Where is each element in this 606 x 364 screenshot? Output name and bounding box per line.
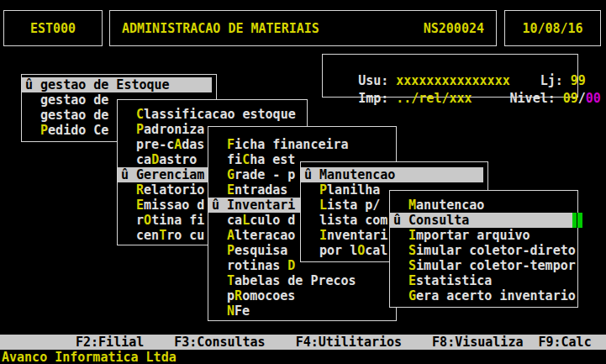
fkey-f8[interactable]: F8:Visualiza (432, 335, 523, 350)
hotkey-letter: E (136, 198, 144, 213)
hotkey-letter: M (408, 198, 416, 213)
menu-item-label: adroniza (144, 122, 204, 137)
menu-item-label: imular coletor-direto (416, 243, 576, 258)
menu-item-label: tina fi (151, 213, 204, 228)
menu-item-indent (304, 182, 319, 198)
company-name: Avanco Informatica Ltda (2, 350, 177, 364)
store-label: Lj: (540, 73, 563, 88)
menu-manutencao: Manutencaoû Consulta Importar arquivo Si… (389, 190, 578, 308)
menu-item-indent (393, 243, 408, 258)
fkey-f4[interactable]: F4:Utilitarios (296, 335, 402, 350)
selected-marker-icon: û (304, 167, 319, 182)
hotkey-letter: C (242, 152, 250, 167)
menu-item-label: pre-c (136, 137, 174, 152)
menu-item-label: icha financeira (234, 137, 348, 152)
hotkey-letter: A (174, 137, 182, 152)
selected-marker-icon: û (25, 77, 40, 92)
hotkey-letter: T (227, 273, 234, 288)
printer-value: ../rel/xxx (396, 91, 472, 106)
hotkey-letter: I (408, 228, 416, 243)
hotkey-letter: O (357, 243, 365, 258)
menu-item-label: Manutencao (319, 167, 395, 182)
menu-item-indent (121, 122, 136, 137)
hotkey-letter: P (319, 182, 327, 198)
program-code: EST000 (30, 21, 76, 36)
menu-item-label: ntradas (234, 182, 287, 198)
menu-item-indent (304, 243, 319, 258)
menu-item-label: Gerenciam (136, 167, 204, 182)
menu-item-indent (212, 182, 227, 198)
hotkey-letter: C (136, 107, 144, 122)
fkey-f3[interactable]: F3:Consultas (174, 335, 265, 350)
menu-item-label: gestao de (40, 108, 108, 123)
hotkey-letter: N (227, 303, 234, 319)
hotkey-letter: E (408, 273, 416, 288)
hotkey-letter: R (136, 182, 144, 198)
program-code-box: EST000 (3, 10, 103, 46)
menu-item-estatistica[interactable]: Estatistica (390, 273, 577, 288)
menu-item-manutencao[interactable]: Manutencao (390, 198, 577, 213)
fkey-f2[interactable]: F2:Filial (76, 335, 144, 350)
menu-item-label: Inventari (227, 198, 295, 213)
menu-item-gera-acerto-inventario[interactable]: Gera acerto inventario (390, 288, 577, 303)
menu-item-label: r (136, 213, 144, 228)
fkey-f9[interactable]: F9:Calc (538, 335, 591, 350)
menu-item-simular-coletor-direto[interactable]: Simular coletor-direto (390, 243, 577, 258)
menu-item-indent (304, 213, 319, 228)
level-label: Nivel: (510, 91, 556, 106)
hotkey-letter: E (227, 182, 234, 198)
menu-item-consulta[interactable]: û Consulta (390, 213, 573, 228)
menu-item-indent (212, 167, 227, 182)
menu-item-label: lista com (319, 213, 387, 228)
hotkey-letter: S (408, 258, 416, 273)
level-separator: / (578, 91, 586, 106)
page-title: ADMINISTRACAO DE MATERIAIS (122, 21, 319, 36)
session-user-row: Usu:xxxxxxxxxxxxxxxLj:99 (328, 58, 577, 73)
date-box: 10/08/16 (504, 10, 601, 46)
hotkey-letter: R (234, 288, 242, 303)
hotkey-letter: P (40, 123, 48, 138)
menu-item-indent (121, 152, 136, 167)
menu-item-label: Consulta (408, 213, 469, 228)
menu-item-ficha-financeira[interactable]: Ficha financeira (208, 137, 396, 152)
menu-item-indent (212, 303, 227, 319)
menu-item-nfe[interactable]: NFe (208, 303, 396, 319)
function-key-bar: F2:FilialF3:ConsultasF4:UtilitariosF8:Vi… (0, 335, 606, 350)
menu-item-indent (121, 213, 136, 228)
menu-item-classificacao-estoque[interactable]: Classificacao estoque (118, 107, 307, 122)
user-value: xxxxxxxxxxxxxxx (396, 73, 509, 88)
menu-item-manutencao[interactable]: û Manutencao (301, 167, 483, 182)
menu-item-importar-arquivo[interactable]: Importar arquivo (390, 228, 577, 243)
menu-item-label: gestao de Estoque (40, 77, 170, 92)
terminal-screen: { "colors": { "yellow": "#d6d600", "mage… (0, 0, 606, 364)
menu-item-indent (393, 288, 408, 303)
hotkey-letter: G (408, 288, 416, 303)
menu-item-tabelas-de-precos[interactable]: Tabelas de Precos (208, 273, 396, 288)
menu-item-label: edido Ce (48, 123, 108, 138)
menu-item-label: ha est (250, 152, 295, 167)
printer-label: Imp: (358, 91, 388, 106)
title-box: ADMINISTRACAO DE MATERIAIS NS200024 (109, 10, 497, 46)
menu-item-label: rade - p (234, 167, 295, 182)
menu-item-indent (25, 92, 40, 108)
hotkey-letter: P (227, 243, 234, 258)
menu-item-promocoes[interactable]: pRomocoes (208, 288, 396, 303)
menu-item-label: rotinas (227, 258, 287, 273)
menu-item-label: p (227, 288, 234, 303)
menu-item-label: astro (159, 152, 197, 167)
menu-item-indent (304, 228, 319, 243)
menu-item-label: abelas de Precos (234, 273, 356, 288)
hotkey-letter: D (151, 152, 159, 167)
menu-item-label: ca (227, 213, 242, 228)
menu-item-simular-coletor-tempor[interactable]: Simular coletor-tempor (390, 258, 577, 273)
menu-item-indent (212, 288, 227, 303)
menu-item-gestao-de-estoque[interactable]: û gestao de Estoque (22, 77, 212, 92)
hotkey-letter: P (136, 122, 144, 137)
menu-item-indent (212, 213, 227, 228)
hotkey-letter: F (227, 137, 234, 152)
menu-item-label: imular coletor-tempor (416, 258, 576, 273)
menu-item-label: lanilha (327, 182, 380, 198)
menu-item-indent (212, 258, 227, 273)
menu-item-label: statistica (416, 273, 492, 288)
menu-item-label: elatorio (144, 182, 204, 198)
